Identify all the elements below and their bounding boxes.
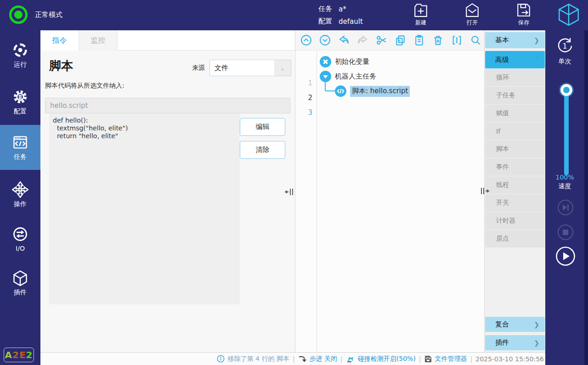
source-label: 来源 (192, 64, 205, 72)
move-up-button[interactable] (300, 34, 312, 46)
source-select-value: 文件 (210, 64, 274, 73)
command-panel: 基本 ❯ 高级 ˅ 循环 子任务 赋值 If 脚本 事件 线程 开关 计时器 原… (485, 30, 545, 352)
new-task-button[interactable]: 新建 (404, 2, 437, 27)
sidebar-item-plugin[interactable]: 插件 (0, 264, 40, 302)
task-code-window-icon (12, 134, 28, 151)
divider: | (340, 355, 343, 363)
group-composite[interactable]: 复合 ❯ (485, 317, 545, 332)
command-item-home[interactable]: 原点 (485, 230, 545, 247)
config-value: default (339, 17, 363, 26)
search-icon (470, 34, 481, 46)
sidebar-item-task[interactable]: 任务 (0, 125, 40, 170)
paste-icon (413, 34, 425, 46)
redo-button[interactable] (356, 34, 368, 46)
command-item-if[interactable]: If (485, 123, 545, 140)
command-item-subtask[interactable]: 子任务 (485, 87, 545, 104)
collapse-right-panel-handle[interactable] (480, 186, 490, 196)
speed-slider-thumb[interactable] (560, 84, 572, 96)
io-arrows-icon (12, 226, 28, 242)
tree-node-label-selected: 脚本: hello.script (350, 86, 410, 97)
badge-char: 2 (26, 349, 33, 360)
sidebar-item-label: I/O (16, 245, 25, 252)
command-item-event[interactable]: 事件 (485, 158, 545, 176)
play-icon (555, 246, 576, 266)
sidebar-item-config[interactable]: 配置 (0, 83, 40, 121)
delete-button[interactable] (432, 34, 444, 46)
speed-slider[interactable] (564, 85, 569, 175)
play-button[interactable] (555, 246, 576, 266)
script-code-icon (335, 85, 346, 97)
page-title: 脚本 (49, 58, 73, 74)
command-item-loop[interactable]: 循环 (485, 69, 545, 86)
tree-node-script[interactable]: 脚本: hello.script (335, 85, 410, 97)
step-mode-status[interactable]: 步进 关闭 (310, 355, 337, 363)
collision-detect-status[interactable]: 碰撞检测开启(50%) (358, 355, 416, 363)
run-icon (12, 42, 28, 58)
command-item-thread[interactable]: 线程 (485, 176, 545, 194)
script-file-field[interactable]: hello.script (45, 98, 290, 113)
save-task-button[interactable]: 保存 (507, 2, 540, 27)
step-next-button[interactable] (557, 199, 574, 216)
paste-button[interactable] (413, 34, 425, 46)
tab-monitor[interactable]: 监控 (79, 30, 118, 51)
sidebar-item-run[interactable]: 运行 (0, 36, 40, 74)
source-select[interactable]: 文件 ⌄ (209, 60, 291, 76)
move-arrows-icon (12, 181, 28, 198)
brackets-arrows-icon (451, 34, 463, 46)
tab-instruction[interactable]: 指令 (40, 30, 79, 51)
move-down-button[interactable] (319, 34, 331, 46)
collapse-expand-button[interactable] (451, 34, 463, 46)
step-mode-icon (298, 355, 306, 363)
circle-up-icon (300, 34, 312, 46)
cut-button[interactable] (375, 34, 387, 46)
sidebar-item-io[interactable]: I/O (0, 219, 40, 258)
script-code-preview: def hello(): textmsg("hello, elite") ret… (49, 113, 240, 304)
command-item-script[interactable]: 脚本 (485, 140, 545, 158)
tree-node-init-variables[interactable]: 初始化变量 (320, 56, 369, 67)
chevron-down-icon: ⌄ (274, 60, 291, 76)
new-folder-icon (413, 2, 429, 18)
collapse-left-panel-handle[interactable] (284, 187, 294, 197)
code-line: return "hello, elite" (53, 132, 236, 140)
tree-node-label: 初始化变量 (335, 57, 369, 66)
divider: | (293, 355, 295, 363)
scissors-icon (376, 34, 387, 46)
save-icon (516, 2, 531, 18)
copy-button[interactable] (394, 34, 406, 46)
copy-icon (395, 34, 406, 46)
mode-label: 正常模式 (35, 11, 62, 19)
sidebar-item-operate[interactable]: 操作 (0, 175, 40, 214)
command-item-timer[interactable]: 计时器 (485, 212, 545, 230)
sidebar-item-label: 任务 (14, 153, 27, 161)
group-plugin[interactable]: 插件 ❯ (485, 335, 545, 350)
instruction-panel: 指令 监控 脚本 来源 文件 ⌄ 脚本代码将从所选文件纳入: hello.scr… (40, 30, 295, 352)
open-task-button[interactable]: 打开 (456, 2, 489, 27)
line-number-gutter: 1 2 3 (295, 51, 317, 352)
app-root: 正常模式 任务 a* 配置 default 新建 打开 保存 (0, 0, 588, 365)
clear-button[interactable]: 清除 (240, 141, 285, 159)
search-button[interactable] (469, 34, 481, 46)
undo-button[interactable] (338, 34, 350, 46)
stop-icon (557, 224, 574, 241)
info-icon (217, 355, 225, 363)
edit-button[interactable]: 编辑 (240, 118, 285, 136)
group-label: 复合 (485, 320, 534, 329)
redo-icon (357, 34, 368, 46)
task-label: 任务 (318, 5, 332, 13)
status-bar: 移除了第 4 行的 脚本 | 步进 关闭 | 碰撞检测开启(50%) | 文件管… (40, 352, 545, 365)
open-file-icon (464, 2, 480, 18)
trash-icon (432, 34, 444, 46)
command-item-switch[interactable]: 开关 (485, 194, 545, 212)
file-manager-link[interactable]: 文件管理器 (435, 355, 467, 363)
panel-edge-strip (584, 30, 588, 365)
stop-button[interactable] (557, 224, 574, 241)
group-basic[interactable]: 基本 ❯ (485, 32, 545, 48)
sidebar-item-label: 操作 (14, 200, 27, 208)
config-label: 配置 (318, 17, 332, 26)
code-line: def hello(): (53, 117, 236, 124)
variable-init-icon (320, 56, 331, 67)
group-advanced[interactable]: 高级 ˅ (485, 51, 545, 68)
command-item-assign[interactable]: 赋值 (485, 105, 545, 122)
brand-logo-icon (556, 2, 582, 28)
single-run-toggle[interactable]: 1 单次 (545, 36, 584, 66)
